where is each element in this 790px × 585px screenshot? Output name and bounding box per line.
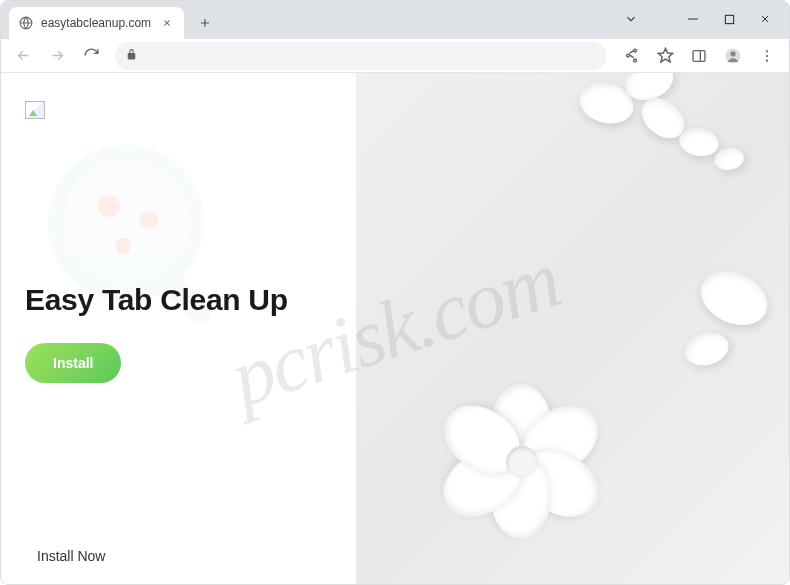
tab-title: easytabcleanup.com [41, 16, 151, 30]
url-input[interactable] [146, 48, 597, 63]
maximize-button[interactable] [711, 5, 747, 33]
chevron-down-icon[interactable] [613, 5, 649, 33]
page-headline: Easy Tab Clean Up [25, 283, 288, 317]
window-controls [613, 5, 783, 33]
svg-point-3 [626, 54, 629, 57]
browser-tab[interactable]: easytabcleanup.com [9, 7, 184, 39]
svg-point-2 [633, 49, 636, 52]
share-button[interactable] [617, 42, 645, 70]
svg-rect-5 [693, 50, 705, 61]
svg-rect-1 [725, 15, 733, 23]
close-window-button[interactable] [747, 5, 783, 33]
browser-window: easytabcleanup.com [0, 0, 790, 585]
titlebar: easytabcleanup.com [1, 1, 789, 39]
kebab-menu-button[interactable] [753, 42, 781, 70]
svg-point-4 [633, 59, 636, 62]
hero-background-image [356, 73, 789, 584]
svg-point-9 [766, 54, 768, 56]
install-button[interactable]: Install [25, 343, 121, 383]
back-button[interactable] [9, 42, 37, 70]
reload-button[interactable] [77, 42, 105, 70]
svg-point-7 [730, 51, 735, 56]
broken-image-icon [25, 101, 45, 119]
svg-point-13 [98, 195, 120, 217]
side-panel-button[interactable] [685, 42, 713, 70]
hero-left-panel: Easy Tab Clean Up Install Install Now [1, 73, 379, 584]
svg-point-14 [140, 211, 158, 229]
address-bar[interactable] [115, 42, 607, 70]
browser-toolbar [1, 39, 789, 73]
install-now-link[interactable]: Install Now [37, 548, 105, 564]
bookmark-button[interactable] [651, 42, 679, 70]
svg-point-8 [766, 50, 768, 52]
profile-button[interactable] [719, 42, 747, 70]
tab-close-button[interactable] [160, 16, 174, 30]
page-content: Easy Tab Clean Up Install Install Now pc… [1, 73, 789, 584]
globe-icon [19, 16, 33, 30]
new-tab-button[interactable] [192, 10, 218, 36]
minimize-button[interactable] [675, 5, 711, 33]
svg-point-10 [766, 59, 768, 61]
lock-icon [125, 47, 138, 65]
forward-button[interactable] [43, 42, 71, 70]
svg-point-15 [115, 238, 131, 254]
svg-point-12 [62, 159, 190, 287]
